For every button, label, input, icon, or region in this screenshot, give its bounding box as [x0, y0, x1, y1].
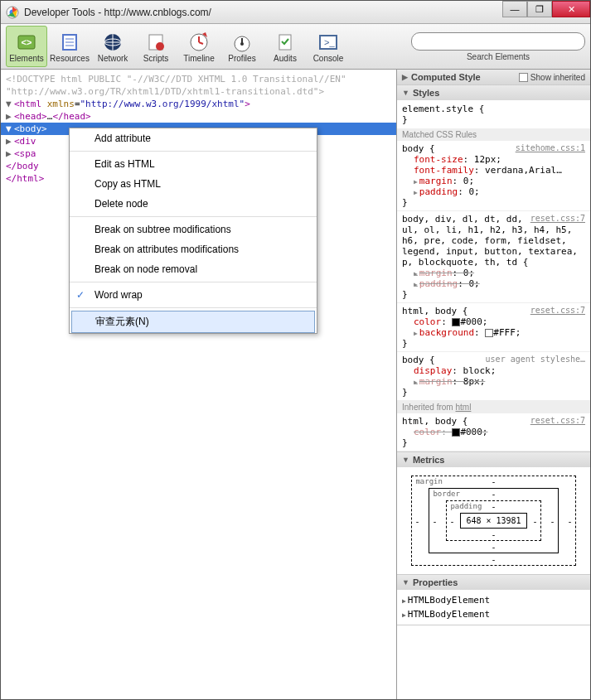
chevron-down-icon: ▼ — [402, 456, 409, 464]
menu-inspect-element[interactable]: 审查元素(N) — [71, 311, 315, 333]
tab-profiles[interactable]: Profiles — [221, 26, 263, 67]
chevron-down-icon: ▼ — [402, 578, 409, 587]
tab-console[interactable]: >_ Console — [308, 26, 349, 67]
menu-break-attributes[interactable]: Break on attributes modifications — [70, 239, 317, 259]
menu-separator — [70, 307, 317, 308]
profiles-icon — [230, 31, 254, 54]
tab-resources[interactable]: Resources — [49, 26, 90, 67]
minimize-button[interactable]: — — [502, 1, 527, 17]
property-row[interactable]: ▶HTMLBodyElement — [402, 593, 585, 607]
dom-head[interactable]: ▶<head>…</head> — [1, 110, 396, 123]
menu-separator — [70, 216, 317, 217]
menu-separator — [70, 151, 317, 152]
chevron-right-icon: ▶ — [402, 73, 408, 81]
sidebar: ▶ Computed Style Show inherited ▼ Styles… — [396, 70, 590, 699]
context-menu: Add attribute Edit as HTML Copy as HTML … — [69, 128, 317, 334]
close-button[interactable]: ✕ — [552, 1, 590, 17]
color-swatch[interactable] — [452, 318, 460, 326]
check-icon: ✓ — [76, 289, 85, 301]
search-label: Search Elements — [467, 52, 530, 61]
tab-audits[interactable]: Audits — [264, 26, 306, 67]
scripts-icon — [144, 31, 167, 54]
inherited-label: Inherited from html — [397, 401, 590, 413]
tab-elements[interactable]: <> Elements — [6, 26, 47, 67]
svg-point-13 — [156, 42, 164, 51]
color-swatch[interactable] — [452, 428, 460, 437]
section-metrics[interactable]: ▼ Metrics — [397, 452, 590, 467]
menu-break-removal[interactable]: Break on node removal — [70, 259, 317, 279]
chevron-right-icon: ▶ — [402, 611, 406, 619]
tab-network[interactable]: Network — [92, 26, 133, 67]
svg-text:>_: >_ — [324, 37, 335, 47]
css-rule[interactable]: user agent styleshe… body { display: blo… — [397, 352, 590, 401]
menu-add-attribute[interactable]: Add attribute — [70, 128, 317, 148]
rule-origin-link[interactable]: reset.css:7 — [530, 416, 585, 425]
css-rule[interactable]: reset.css:7 html, body { color: #000; ▶b… — [397, 303, 590, 352]
network-icon — [101, 31, 124, 54]
section-computed-style[interactable]: ▶ Computed Style Show inherited — [397, 70, 590, 84]
metrics-content: 648 × 13981 — [460, 513, 526, 529]
rule-origin: user agent styleshe… — [486, 355, 585, 364]
metrics-diagram: margin - - - - border - - - - padding — [397, 467, 590, 574]
dom-doctype[interactable]: <!DOCTYPE html PUBLIC "-//W3C//DTD XHTML… — [1, 73, 396, 85]
window-title: Developer Tools - http://www.cnblogs.com… — [24, 7, 585, 18]
menu-edit-html[interactable]: Edit as HTML — [70, 154, 317, 174]
menu-copy-html[interactable]: Copy as HTML — [70, 174, 317, 194]
console-icon: >_ — [317, 31, 340, 54]
dom-html[interactable]: ▼<html xmlns="http://www.w3.org/1999/xht… — [1, 98, 396, 110]
rule-origin-link[interactable]: reset.css:7 — [530, 306, 585, 315]
css-rule[interactable]: reset.css:7 body, div, dl, dt, dd, ul, o… — [397, 211, 590, 303]
css-rule[interactable]: reset.css:7 html, body { color: #000; } — [397, 413, 590, 451]
section-styles[interactable]: ▼ Styles — [397, 85, 590, 100]
svg-text:<>: <> — [22, 37, 32, 47]
color-swatch[interactable] — [485, 329, 493, 337]
toolbar: <> Elements Resources Network Scripts Ti… — [1, 24, 590, 70]
rule-origin-link[interactable]: reset.css:7 — [530, 214, 585, 223]
chevron-down-icon: ▼ — [402, 89, 409, 97]
search-input[interactable] — [411, 32, 585, 51]
elements-icon: <> — [15, 31, 38, 54]
property-row[interactable]: ▶HTMLBodyElement — [402, 607, 585, 621]
menu-separator — [70, 282, 317, 282]
titlebar: Developer Tools - http://www.cnblogs.com… — [1, 1, 590, 24]
maximize-button[interactable]: ❐ — [527, 1, 552, 17]
tab-scripts[interactable]: Scripts — [135, 26, 177, 67]
timeline-icon — [187, 31, 211, 54]
menu-delete-node[interactable]: Delete node — [70, 194, 317, 214]
chrome-icon — [6, 6, 19, 19]
tab-timeline[interactable]: Timeline — [178, 26, 220, 67]
element-style-rule[interactable]: element.style { } — [397, 100, 590, 128]
rule-origin-link[interactable]: sitehome.css:1 — [516, 143, 585, 152]
menu-break-subtree[interactable]: Break on subtree modifications — [70, 220, 317, 239]
elements-panel[interactable]: <!DOCTYPE html PUBLIC "-//W3C//DTD XHTML… — [1, 70, 396, 699]
audits-icon — [274, 31, 297, 54]
dom-doctype[interactable]: "http://www.w3.org/TR/xhtml1/DTD/xhtml1-… — [1, 85, 396, 98]
menu-word-wrap[interactable]: ✓Word wrap — [70, 285, 317, 305]
chevron-right-icon: ▶ — [402, 597, 406, 605]
matched-rules-label: Matched CSS Rules — [397, 128, 590, 141]
show-inherited-checkbox[interactable] — [519, 73, 528, 82]
svg-point-17 — [240, 42, 244, 46]
section-properties[interactable]: ▼ Properties — [397, 575, 590, 590]
css-rule[interactable]: sitehome.css:1 body { font-size: 12px; f… — [397, 141, 590, 211]
resources-icon — [58, 31, 81, 54]
